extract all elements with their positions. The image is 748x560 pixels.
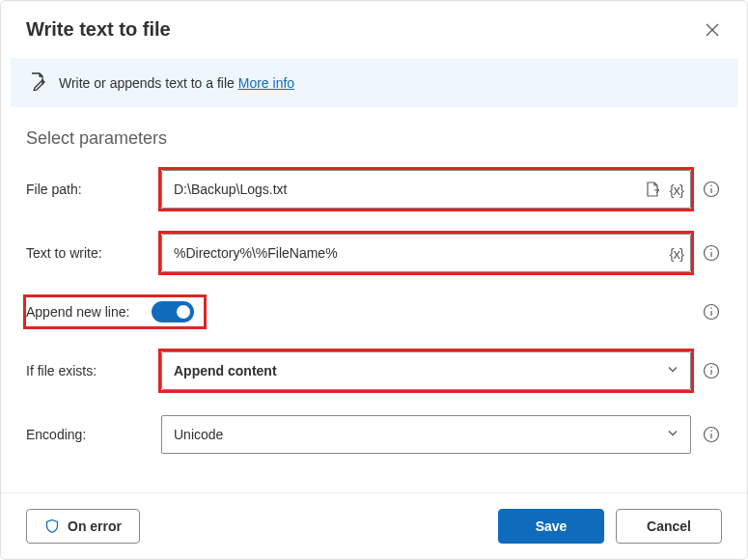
close-icon — [706, 23, 719, 37]
variable-picker-button[interactable]: {x} — [669, 182, 683, 198]
row-append-new-line: Append new line: — [26, 297, 722, 326]
label-if-file-exists: If file exists: — [26, 363, 152, 378]
info-bar-message: Write or appends text to a file — [59, 75, 238, 91]
close-button[interactable] — [703, 20, 722, 40]
append-new-line-toggle[interactable] — [152, 301, 194, 322]
variable-picker-button[interactable]: {x} — [669, 245, 683, 262]
section-title: Select parameters — [26, 128, 722, 149]
svg-point-11 — [710, 366, 712, 368]
dialog-footer: On error Save Cancel — [1, 492, 747, 559]
file-path-control: D:\Backup\Logs.txt {x} — [161, 170, 691, 209]
info-icon — [703, 244, 720, 262]
save-button[interactable]: Save — [498, 509, 604, 544]
info-button-if-file-exists[interactable] — [701, 360, 722, 381]
info-icon — [703, 362, 720, 379]
info-icon — [703, 426, 720, 443]
text-to-write-adornments: {x} — [669, 234, 683, 272]
dialog-title: Write text to file — [26, 18, 171, 41]
info-bar-text: Write or appends text to a file More inf… — [59, 75, 294, 91]
append-new-line-group: Append new line: — [26, 297, 204, 326]
label-append-new-line: Append new line: — [26, 304, 152, 320]
encoding-value: Unicode — [174, 427, 223, 442]
svg-point-8 — [710, 307, 712, 309]
on-error-label: On error — [68, 518, 122, 534]
label-text-to-write: Text to write: — [26, 245, 152, 261]
svg-point-14 — [710, 430, 712, 432]
dialog-body: Select parameters File path: D:\Backup\L… — [1, 107, 747, 492]
file-path-input[interactable]: D:\Backup\Logs.txt — [161, 170, 691, 209]
dialog-header: Write text to file — [1, 1, 747, 54]
info-icon — [703, 303, 720, 321]
info-bar: Write or appends text to a file More inf… — [11, 58, 737, 107]
text-to-write-control: %Directory%\%FileName% {x} — [161, 234, 691, 272]
info-icon — [703, 181, 720, 198]
shield-icon — [44, 518, 60, 534]
text-to-write-value: %Directory%\%FileName% — [174, 245, 338, 261]
footer-right: Save Cancel — [498, 509, 722, 544]
row-encoding: Encoding: Unicode — [26, 415, 722, 454]
info-button-append-new-line[interactable] — [701, 301, 722, 322]
file-path-adornments: {x} — [644, 170, 683, 209]
label-encoding: Encoding: — [26, 427, 152, 442]
row-file-path: File path: D:\Backup\Logs.txt {x} — [26, 170, 722, 209]
write-text-to-file-dialog: Write text to file Write or appends text… — [0, 0, 748, 560]
encoding-select[interactable]: Unicode — [161, 415, 691, 454]
info-button-text-to-write[interactable] — [701, 242, 722, 264]
cancel-button[interactable]: Cancel — [616, 509, 722, 544]
row-text-to-write: Text to write: %Directory%\%FileName% {x… — [26, 234, 722, 272]
svg-point-2 — [710, 184, 712, 186]
cancel-label: Cancel — [647, 518, 691, 534]
label-file-path: File path: — [26, 182, 152, 197]
file-picker-button[interactable] — [644, 181, 661, 198]
save-label: Save — [536, 518, 568, 534]
info-button-encoding[interactable] — [701, 424, 722, 445]
on-error-button[interactable]: On error — [26, 509, 140, 544]
more-info-link[interactable]: More info — [238, 75, 294, 91]
row-if-file-exists: If file exists: Append content — [26, 351, 722, 390]
info-button-file-path[interactable] — [701, 179, 722, 200]
if-file-exists-value: Append content — [174, 363, 277, 378]
file-path-value: D:\Backup\Logs.txt — [174, 182, 288, 197]
file-arrow-icon — [644, 181, 661, 198]
text-to-write-input[interactable]: %Directory%\%FileName% — [161, 234, 691, 272]
encoding-control: Unicode — [161, 415, 691, 454]
if-file-exists-select[interactable]: Append content — [161, 351, 691, 390]
file-edit-icon — [28, 71, 47, 94]
svg-point-5 — [710, 248, 712, 250]
if-file-exists-control: Append content — [161, 351, 691, 390]
